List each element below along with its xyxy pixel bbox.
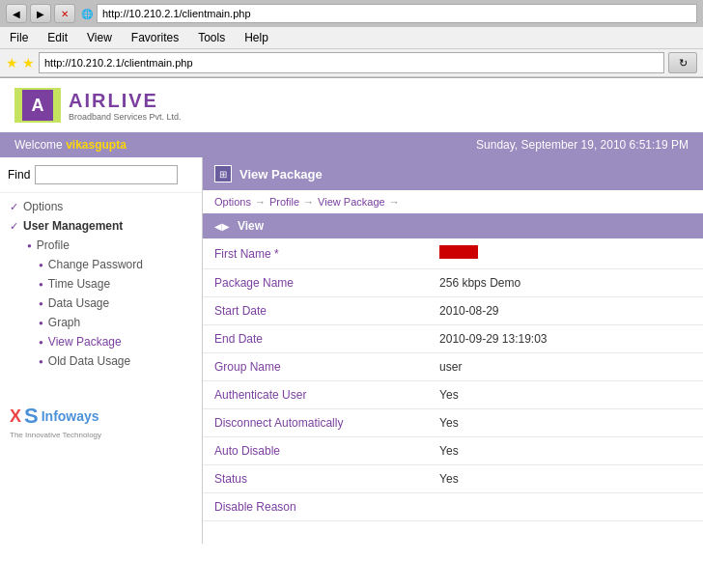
menu-view[interactable]: View xyxy=(83,29,116,46)
main-layout: Find ✓ Options ✓ User Management ● Profi… xyxy=(0,157,703,544)
logo-text: AIRLIVE Broadband Services Pvt. Ltd. xyxy=(69,90,182,122)
menu-help[interactable]: Help xyxy=(240,29,272,46)
field-label: End Date xyxy=(203,325,428,353)
logo-subtitle: Broadband Services Pvt. Ltd. xyxy=(69,112,182,122)
old-data-usage-label: Old Data Usage xyxy=(48,354,130,368)
bullet-icon: ● xyxy=(39,319,43,327)
sidebar-item-view-package[interactable]: ● View Package xyxy=(0,332,202,351)
sidebar-item-profile[interactable]: ● Profile xyxy=(0,236,202,255)
sidebar: Find ✓ Options ✓ User Management ● Profi… xyxy=(0,157,203,544)
table-row: First Name * xyxy=(203,238,703,269)
sidebar-item-data-usage[interactable]: ● Data Usage xyxy=(0,294,202,313)
field-value xyxy=(428,493,703,521)
view-table: First Name *Package Name256 kbps DemoSta… xyxy=(203,238,703,521)
find-bar: Find xyxy=(0,157,202,193)
field-value: Yes xyxy=(428,409,703,437)
welcome-username: vikasgupta xyxy=(66,138,127,152)
find-label: Find xyxy=(8,168,30,182)
sidebar-footer: X S Infoways The Innovative Technology xyxy=(0,394,202,449)
field-value: user xyxy=(428,353,703,381)
data-usage-label: Data Usage xyxy=(48,296,109,310)
content-header: ⊞ View Package xyxy=(203,157,703,190)
back-button[interactable]: ◀ xyxy=(6,4,27,23)
sidebar-item-change-password[interactable]: ● Change Password xyxy=(0,255,202,274)
footer-logo: X S Infoways xyxy=(10,404,192,429)
first-name-red-block xyxy=(439,245,478,259)
footer-brand-text: Infoways xyxy=(42,408,99,424)
bullet-icon: ● xyxy=(27,241,32,250)
field-value: Yes xyxy=(428,381,703,409)
refresh-button[interactable]: ↻ xyxy=(668,52,697,73)
grid-icon: ⊞ xyxy=(214,165,232,182)
content-area: ⊞ View Package Options → Profile → View … xyxy=(203,157,703,544)
field-value: 256 kbps Demo xyxy=(428,269,703,297)
forward-button[interactable]: ▶ xyxy=(30,4,51,23)
sidebar-item-graph[interactable]: ● Graph xyxy=(0,313,202,332)
table-row: End Date2010-09-29 13:19:03 xyxy=(203,325,703,353)
check-icon: ✓ xyxy=(10,201,18,213)
table-row: Auto DisableYes xyxy=(203,437,703,465)
time-usage-label: Time Usage xyxy=(48,277,110,291)
bullet-icon: ● xyxy=(39,280,43,289)
view-package-label: View Package xyxy=(48,335,122,349)
field-label: Group Name xyxy=(203,353,428,381)
menu-edit[interactable]: Edit xyxy=(43,29,71,46)
address-row: 🌐 xyxy=(81,4,697,23)
address-input[interactable] xyxy=(97,4,697,23)
logo-background: A xyxy=(14,88,61,123)
table-row: Group Nameuser xyxy=(203,353,703,381)
user-management-label: User Management xyxy=(23,219,123,233)
sidebar-nav: ✓ Options ✓ User Management ● Profile ● … xyxy=(0,193,202,375)
sidebar-item-old-data-usage[interactable]: ● Old Data Usage xyxy=(0,351,202,371)
title-bar: ◀ ▶ ✕ 🌐 xyxy=(0,0,703,27)
table-row: Authenticate UserYes xyxy=(203,381,703,409)
menu-bar: File Edit View Favorites Tools Help xyxy=(0,27,703,48)
favorites-star-icon[interactable]: ★ xyxy=(6,55,18,70)
footer-s-icon: S xyxy=(24,404,39,429)
breadcrumb-profile[interactable]: Profile xyxy=(269,196,299,208)
field-value: 2010-09-29 13:19:03 xyxy=(428,325,703,353)
menu-favorites[interactable]: Favorites xyxy=(127,29,183,46)
bullet-icon: ● xyxy=(39,357,43,366)
page-header: A AIRLIVE Broadband Services Pvt. Ltd. xyxy=(0,78,703,132)
field-value xyxy=(428,238,703,269)
field-label: Status xyxy=(203,465,428,493)
menu-file[interactable]: File xyxy=(6,29,32,46)
table-row: Disconnect AutomaticallyYes xyxy=(203,409,703,437)
footer-x-icon: X xyxy=(10,406,21,427)
sidebar-item-time-usage[interactable]: ● Time Usage xyxy=(0,274,202,294)
field-value: Yes xyxy=(428,465,703,493)
welcome-bar: Welcome vikasgupta Sunday, September 19,… xyxy=(0,132,703,157)
sidebar-item-options[interactable]: ✓ Options xyxy=(0,197,202,216)
field-label: Start Date xyxy=(203,297,428,325)
field-label: Disconnect Automatically xyxy=(203,409,428,437)
menu-tools[interactable]: Tools xyxy=(194,29,229,46)
check-icon-2: ✓ xyxy=(10,220,18,233)
breadcrumb-arrow-3: → xyxy=(389,196,400,208)
sidebar-item-user-management[interactable]: ✓ User Management xyxy=(0,216,202,236)
toolbar-row: ★ ★ ↻ xyxy=(0,48,703,77)
url-bar[interactable] xyxy=(39,52,664,73)
stop-button[interactable]: ✕ xyxy=(54,4,75,23)
breadcrumb-arrow-2: → xyxy=(303,196,314,208)
field-label: Authenticate User xyxy=(203,381,428,409)
logo-letter: A xyxy=(22,90,53,121)
footer-tagline: The Innovative Technology xyxy=(10,431,192,439)
find-input[interactable] xyxy=(35,165,178,184)
table-row: Disable Reason xyxy=(203,493,703,521)
profile-label: Profile xyxy=(37,238,70,252)
browser-chrome: ◀ ▶ ✕ 🌐 File Edit View Favorites Tools H… xyxy=(0,0,703,78)
field-value: Yes xyxy=(428,437,703,465)
breadcrumb-view-package[interactable]: View Package xyxy=(318,196,385,208)
change-password-label: Change Password xyxy=(48,258,143,271)
page-title: View Package xyxy=(239,167,323,182)
breadcrumb-options[interactable]: Options xyxy=(214,196,251,208)
field-label: Auto Disable xyxy=(203,437,428,465)
graph-label: Graph xyxy=(48,316,80,329)
field-label: Package Name xyxy=(203,269,428,297)
add-favorites-icon[interactable]: ★ xyxy=(22,55,35,70)
welcome-text: Welcome vikasgupta xyxy=(14,138,127,152)
breadcrumb-arrow-1: → xyxy=(255,196,266,208)
breadcrumb: Options → Profile → View Package → xyxy=(203,190,703,213)
view-section-header: ◀▶ View xyxy=(203,213,703,238)
